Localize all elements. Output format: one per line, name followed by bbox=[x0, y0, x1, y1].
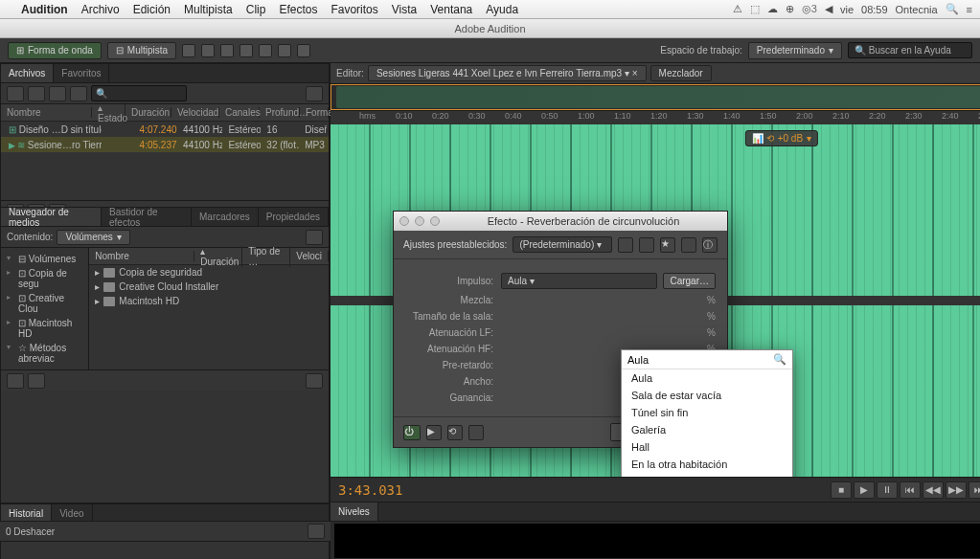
app-menu[interactable]: Audition bbox=[21, 3, 68, 16]
new-file-button[interactable] bbox=[7, 86, 24, 101]
dropdown-item[interactable]: En la otra habitación bbox=[622, 456, 792, 473]
workspace-select[interactable]: Predeterminado ▾ bbox=[748, 42, 842, 59]
multitrack-view-button[interactable]: ⊟ Multipista bbox=[107, 42, 176, 59]
tab-properties[interactable]: Propiedades bbox=[259, 208, 329, 226]
list-item[interactable]: ▸ Macintosh HD bbox=[89, 294, 329, 308]
impulse-select[interactable]: Aula ▾ bbox=[501, 273, 657, 289]
waveform-view-button[interactable]: ⊞ Forma de onda bbox=[8, 42, 102, 59]
timecode-display[interactable]: 3:43.031 bbox=[338, 482, 402, 498]
load-impulse-button[interactable]: Cargar… bbox=[663, 273, 716, 289]
rewind-button[interactable]: ◀◀ bbox=[923, 481, 944, 499]
cc-badge[interactable]: ◎3 bbox=[802, 3, 817, 15]
delete-preset-icon[interactable] bbox=[639, 237, 654, 253]
close-icon[interactable] bbox=[399, 216, 409, 226]
dialog-titlebar[interactable]: Efecto - Reverberación de circunvolución bbox=[394, 212, 727, 231]
tool-icon[interactable] bbox=[201, 44, 215, 57]
gain-hud[interactable]: 📊 ⟲ +0 dB ▾ bbox=[745, 130, 818, 146]
filter-input[interactable] bbox=[91, 85, 187, 101]
spotlight-icon[interactable]: 🔍 bbox=[946, 3, 959, 15]
settings-icon[interactable] bbox=[468, 425, 484, 440]
time-ruler[interactable]: hms0:100:200:300:400:501:001:101:201:301… bbox=[330, 111, 980, 124]
pause-button[interactable]: ⏸ bbox=[877, 481, 898, 499]
toolbar-icon[interactable] bbox=[70, 86, 87, 101]
list-item[interactable]: ▸ Creative Cloud Installer bbox=[89, 280, 329, 294]
dropdown-item[interactable]: Hall bbox=[622, 438, 792, 456]
tool-icon[interactable] bbox=[239, 44, 253, 57]
menu-vista[interactable]: Vista bbox=[392, 3, 417, 16]
dropdown-item[interactable]: Galería bbox=[622, 421, 792, 438]
go-start-button[interactable]: ⏮ bbox=[900, 481, 921, 499]
tab-markers[interactable]: Marcadores bbox=[192, 208, 259, 226]
tab-media-browser[interactable]: Navegador de medios bbox=[1, 208, 102, 226]
file-row[interactable]: ⊞ Diseño …D sin título 1 * 4:07.240 4410… bbox=[1, 122, 329, 137]
tool-icon[interactable] bbox=[259, 44, 272, 57]
status-icon: ☁ bbox=[767, 3, 778, 15]
panel-menu-icon[interactable] bbox=[306, 86, 323, 101]
volume-icon[interactable] bbox=[306, 373, 323, 389]
files-header: Nombre ▴ Estado Duración Velocidad Canal… bbox=[1, 104, 329, 122]
power-button[interactable]: ⏻ bbox=[403, 425, 421, 440]
user-name[interactable]: Ontecnia bbox=[896, 4, 938, 15]
tab-archivos[interactable]: Archivos bbox=[1, 64, 54, 82]
dropdown-item[interactable]: Sala de estar vacía bbox=[622, 387, 792, 404]
menu-clip[interactable]: Clip bbox=[246, 3, 266, 16]
tree-item[interactable]: ⊡ Copia de segu bbox=[5, 266, 84, 291]
tree-item[interactable]: ⊟ Volúmenes bbox=[5, 252, 84, 266]
tab-levels[interactable]: Niveles bbox=[330, 503, 378, 521]
play-preview-button[interactable]: ▶ bbox=[426, 425, 442, 440]
editor-file-tab[interactable]: Sesiones Ligeras 441 Xoel Lpez e Ivn Fer… bbox=[368, 65, 647, 81]
tab-effects-rack[interactable]: Bastidor de efectos bbox=[102, 208, 192, 226]
menu-efectos[interactable]: Efectos bbox=[279, 3, 317, 16]
trash-icon[interactable] bbox=[308, 524, 325, 539]
dropdown-item[interactable]: Aula bbox=[622, 369, 792, 387]
content-label: Contenido: bbox=[7, 232, 53, 242]
loop-button[interactable] bbox=[28, 373, 45, 389]
folder-tree[interactable]: ⊟ Volúmenes ⊡ Copia de segu ⊡ Creative C… bbox=[1, 248, 89, 369]
mixer-tab[interactable]: Mezclador bbox=[650, 65, 712, 81]
tool-icon[interactable] bbox=[278, 44, 291, 57]
menu-archivo[interactable]: Archivo bbox=[81, 3, 120, 16]
save-preset-icon[interactable] bbox=[618, 237, 633, 253]
tool-icon[interactable] bbox=[220, 44, 234, 57]
menu-multipista[interactable]: Multipista bbox=[184, 3, 233, 16]
list-item[interactable]: ▸ Copia de seguridad bbox=[89, 265, 329, 280]
tree-item[interactable]: ☆ Métodos abreviac bbox=[5, 341, 84, 366]
play-button[interactable]: ▶ bbox=[854, 481, 875, 499]
open-file-button[interactable] bbox=[28, 86, 45, 101]
overview-waveform[interactable] bbox=[330, 84, 980, 111]
info-icon[interactable]: ⓘ bbox=[702, 237, 718, 253]
dropdown-item[interactable]: Túnel sin fin bbox=[622, 404, 792, 421]
preset-select[interactable]: (Predeterminado) ▾ bbox=[513, 236, 612, 253]
volume-icon[interactable]: ◀ bbox=[825, 3, 832, 15]
status-icon: ⊕ bbox=[786, 3, 794, 15]
toolbar-icon[interactable] bbox=[49, 86, 66, 101]
fav-icon[interactable]: ★ bbox=[660, 237, 675, 253]
file-row[interactable]: ▶≋ Sesione…ro Tierra.mp3 4:05.237 44100 … bbox=[1, 137, 329, 152]
menu-ayuda[interactable]: Ayuda bbox=[486, 3, 518, 16]
dropdown-item[interactable]: Interior del coche bbox=[622, 473, 792, 477]
play-button[interactable] bbox=[7, 373, 24, 389]
dialog-title: Efecto - Reverberación de circunvolución bbox=[445, 215, 721, 227]
minimize-icon[interactable] bbox=[415, 216, 424, 226]
menu-ventana[interactable]: Ventana bbox=[430, 3, 472, 16]
menu-edicion[interactable]: Edición bbox=[133, 3, 171, 16]
impulse-dropdown[interactable]: 🔍 Aula Sala de estar vacía Túnel sin fin… bbox=[621, 349, 793, 477]
filter-icon[interactable] bbox=[306, 230, 323, 245]
forward-button[interactable]: ▶▶ bbox=[946, 481, 967, 499]
settings-icon[interactable] bbox=[681, 237, 696, 253]
content-select[interactable]: Volúmenes ▾ bbox=[57, 230, 129, 245]
tree-item[interactable]: ⊡ Creative Clou bbox=[5, 291, 84, 316]
menu-icon[interactable]: ≡ bbox=[967, 4, 972, 15]
tab-favoritos[interactable]: Favoritos bbox=[54, 64, 109, 82]
zoom-icon[interactable] bbox=[430, 216, 440, 226]
loop-preview-button[interactable]: ⟲ bbox=[447, 425, 463, 440]
tree-item[interactable]: ⊡ Macintosh HD bbox=[5, 316, 84, 341]
tool-icon[interactable] bbox=[297, 44, 310, 57]
menu-favoritos[interactable]: Favoritos bbox=[330, 3, 377, 16]
help-search-input[interactable]: 🔍 Buscar en la Ayuda bbox=[848, 42, 972, 58]
go-end-button[interactable]: ⏭ bbox=[969, 481, 980, 499]
stop-button[interactable]: ■ bbox=[831, 481, 852, 499]
waveform-display[interactable]: dB-3-6-9-15-21-33 dB-3-6-9-15-21-33 📊 ⟲ … bbox=[330, 124, 980, 477]
dropdown-search-input[interactable] bbox=[627, 354, 769, 366]
tool-icon[interactable] bbox=[182, 44, 195, 57]
